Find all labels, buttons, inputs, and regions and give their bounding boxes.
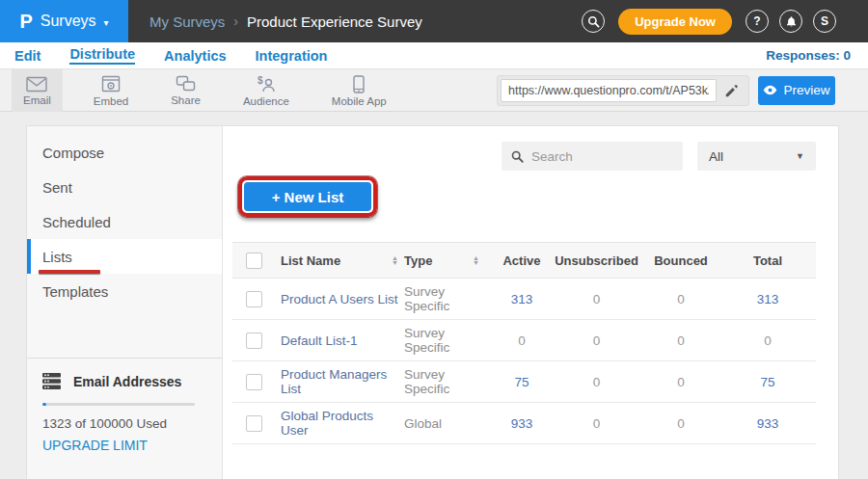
filter-value: All — [709, 149, 723, 164]
toolbar-tab-mobile-app[interactable]: Mobile App — [320, 69, 398, 112]
page-body: Compose Sent Scheduled Lists Templates E… — [0, 112, 868, 479]
select-all-checkbox[interactable] — [246, 253, 262, 269]
usage-progress-bar — [42, 403, 195, 406]
row-checkbox[interactable] — [246, 333, 262, 349]
email-addresses-title: Email Addresses — [73, 374, 181, 389]
list-type: Survey Specific — [404, 326, 479, 355]
sort-icon[interactable]: ▲▼ — [392, 255, 398, 265]
survey-title: Product Experience Survey — [247, 13, 422, 30]
total-count[interactable]: 933 — [719, 416, 816, 431]
preview-button[interactable]: Preview — [758, 76, 835, 105]
active-count: 0 — [493, 333, 551, 348]
new-list-button[interactable]: + New List — [244, 182, 371, 211]
help-icon[interactable]: ? — [746, 10, 769, 33]
distribute-sidebar: Compose Sent Scheduled Lists Templates E… — [27, 126, 223, 479]
avatar[interactable]: S — [813, 10, 836, 33]
col-header-type[interactable]: Type — [404, 253, 432, 268]
surveys-menu-label: Surveys — [41, 13, 96, 30]
sidebar-item-sent[interactable]: Sent — [27, 170, 222, 204]
bounced-count: 0 — [642, 416, 719, 431]
distribute-toolbar: Email Embed Share $ Audience Mobile App … — [0, 69, 868, 112]
mobile-icon — [353, 75, 365, 93]
topbar-actions: Upgrade Now ? S — [582, 9, 868, 35]
bell-icon[interactable] — [779, 10, 802, 33]
col-header-unsubscribed: Unsubscribed — [551, 253, 642, 268]
edit-url-button[interactable] — [717, 84, 746, 97]
search-input[interactable] — [531, 149, 666, 164]
unsubscribed-count: 0 — [551, 375, 642, 389]
email-addresses-section: Email Addresses 1323 of 100000 Used UPGR… — [27, 358, 222, 454]
toolbar-tab-share[interactable]: Share — [159, 69, 212, 112]
toolbar-tab-label: Mobile App — [332, 95, 387, 107]
list-type: Survey Specific — [404, 367, 479, 396]
tab-distribute[interactable]: Distribute — [69, 46, 135, 65]
row-checkbox[interactable] — [246, 291, 262, 307]
usage-text: 1323 of 100000 Used — [42, 416, 206, 431]
questionpro-logo-icon: P — [19, 10, 32, 33]
total-count[interactable]: 313 — [719, 292, 816, 306]
upgrade-limit-link[interactable]: UPGRADE LIMIT — [42, 438, 148, 453]
survey-url-input[interactable] — [501, 79, 717, 102]
audience-icon: $ — [256, 75, 276, 93]
toolbar-tab-label: Audience — [243, 95, 289, 107]
eye-icon — [763, 85, 777, 95]
active-count[interactable]: 933 — [493, 416, 551, 431]
active-count[interactable]: 313 — [493, 292, 551, 306]
row-checkbox[interactable] — [246, 415, 262, 432]
breadcrumb-separator-icon: › — [233, 13, 238, 29]
unsubscribed-count: 0 — [551, 416, 642, 431]
breadcrumb-my-surveys[interactable]: My Surveys — [149, 13, 225, 30]
usage-progress-fill — [42, 403, 46, 406]
toolbar-tab-label: Embed — [94, 95, 128, 107]
toolbar-tab-audience[interactable]: $ Audience — [231, 69, 301, 112]
list-filter-dropdown[interactable]: All ▼ — [697, 142, 816, 171]
bounced-count: 0 — [642, 333, 719, 348]
sidebar-item-lists[interactable]: Lists — [27, 239, 222, 274]
unsubscribed-count: 0 — [551, 333, 642, 348]
search-icon — [511, 150, 524, 163]
list-name-link[interactable]: Product A Users List — [281, 292, 398, 306]
lists-table: List Name ▲▼ Type ▲▼ Active Unsubscribed… — [232, 242, 816, 444]
row-checkbox[interactable] — [246, 374, 262, 390]
list-name-link[interactable]: Default List-1 — [281, 333, 358, 348]
total-count: 0 — [719, 333, 816, 348]
tab-edit[interactable]: Edit — [14, 48, 41, 64]
list-name-link[interactable]: Global Products User — [281, 409, 398, 438]
surveys-menu-button[interactable]: P Surveys ▾ — [0, 0, 128, 42]
toolbar-tab-email[interactable]: Email — [12, 69, 63, 112]
responses-count: Responses: 0 — [766, 48, 851, 63]
bounced-count: 0 — [642, 292, 719, 306]
svg-text:$: $ — [258, 75, 263, 86]
total-count[interactable]: 75 — [719, 375, 816, 389]
col-header-list-name[interactable]: List Name — [281, 253, 340, 268]
sort-icon[interactable]: ▲▼ — [473, 255, 479, 265]
col-header-active: Active — [493, 253, 551, 268]
list-type: Global — [404, 416, 442, 431]
preview-label: Preview — [783, 83, 829, 97]
sidebar-item-compose[interactable]: Compose — [27, 135, 222, 170]
toolbar-tab-embed[interactable]: Embed — [82, 69, 140, 112]
sidebar-item-label: Compose — [42, 145, 104, 161]
lists-content: All ▼ + New List List Name ▲▼ Type ▲▼ — [223, 126, 839, 479]
chevron-down-icon: ▾ — [104, 15, 109, 28]
sidebar-item-templates[interactable]: Templates — [27, 274, 222, 308]
list-stack-icon — [42, 373, 61, 389]
col-header-total: Total — [719, 253, 816, 268]
pencil-icon — [724, 84, 738, 97]
active-count[interactable]: 75 — [493, 375, 551, 389]
search-box — [502, 142, 683, 171]
list-name-link[interactable]: Product Managers List — [281, 367, 398, 396]
table-header-row: List Name ▲▼ Type ▲▼ Active Unsubscribed… — [232, 242, 816, 279]
sidebar-item-scheduled[interactable]: Scheduled — [27, 204, 222, 239]
toolbar-tab-label: Share — [171, 94, 201, 106]
upgrade-now-button[interactable]: Upgrade Now — [618, 9, 732, 35]
embed-icon — [101, 75, 121, 93]
tab-integration[interactable]: Integration — [256, 48, 328, 64]
email-lists-card: Compose Sent Scheduled Lists Templates E… — [26, 125, 839, 479]
table-row: Product Managers List Survey Specific 75… — [232, 361, 816, 403]
sidebar-item-label: Templates — [42, 283, 108, 300]
share-icon — [176, 75, 196, 93]
tab-analytics[interactable]: Analytics — [164, 48, 226, 64]
sidebar-item-label: Scheduled — [42, 214, 111, 230]
search-icon[interactable] — [582, 10, 605, 33]
